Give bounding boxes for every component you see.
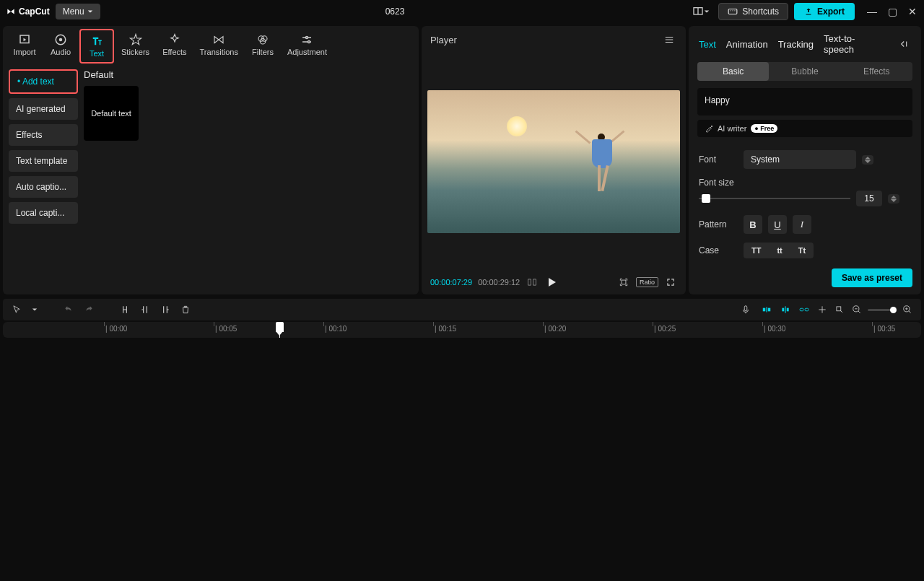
preview-cursor-button[interactable] [833, 303, 846, 316]
media-tabs: Import Audio Text Stickers Effects Trans… [3, 26, 419, 64]
tab-audio[interactable]: Audio [43, 29, 78, 64]
tab-stickers[interactable]: Stickers [116, 29, 155, 64]
tab-filters[interactable]: Filters [245, 29, 280, 64]
stickers-icon [129, 33, 142, 46]
ratio-badge[interactable]: Ratio [636, 277, 658, 287]
topbar-right: Shortcuts Export — ▢ ✕ [689, 3, 918, 20]
selection-tool[interactable] [10, 303, 23, 316]
video-preview[interactable] [427, 90, 680, 233]
save-preset-button[interactable]: Save as preset [832, 268, 912, 287]
text-content-input[interactable]: Happy [697, 88, 912, 115]
tab-import[interactable]: Import [7, 29, 42, 64]
font-size-label: Font size [699, 178, 911, 188]
italic-button[interactable]: I [793, 215, 811, 234]
svg-rect-20 [766, 307, 767, 313]
font-size-value[interactable]: 15 [856, 191, 882, 206]
tab-effects[interactable]: Effects [157, 29, 192, 64]
sidebar-auto-captions[interactable]: Auto captio... [9, 176, 78, 198]
player-title: Player [430, 35, 457, 45]
export-button[interactable]: Export [794, 3, 855, 20]
import-icon [18, 33, 31, 46]
font-label: Font [699, 154, 738, 165]
svg-point-12 [306, 37, 308, 39]
layout-button[interactable] [689, 3, 712, 20]
font-select[interactable]: System [744, 150, 856, 169]
current-time: 00:00:07:29 [430, 278, 472, 287]
tab-animation[interactable]: Animation [726, 39, 768, 50]
shortcuts-button[interactable]: Shortcuts [718, 3, 788, 20]
close-button[interactable]: ✕ [907, 6, 918, 17]
svg-point-13 [308, 41, 310, 43]
delete-button[interactable] [179, 303, 192, 316]
scale-button[interactable] [617, 276, 630, 289]
zoom-in-button[interactable] [901, 303, 914, 316]
playhead[interactable] [279, 322, 280, 338]
play-button[interactable] [549, 278, 556, 287]
player-menu-button[interactable] [661, 32, 677, 48]
split-button[interactable] [118, 303, 131, 316]
underline-button[interactable]: U [768, 215, 787, 234]
case-group: TT tt Tt [744, 243, 814, 258]
text-icon [90, 35, 103, 48]
project-title: 0623 [106, 6, 684, 17]
sidebar-effects[interactable]: Effects [9, 124, 78, 146]
svg-rect-18 [763, 308, 766, 312]
timeline-ruler[interactable]: | 00:00 | 00:05 | 00:10 | 00:15 | 00:20 … [3, 322, 921, 338]
font-stepper[interactable] [862, 155, 873, 165]
tab-text-inspector[interactable]: Text [699, 39, 716, 50]
subtab-effects[interactable]: Effects [841, 62, 912, 81]
topbar: CapCut Menu 0623 Shortcuts Export — ▢ ✕ [0, 0, 924, 23]
collapse-inspector-button[interactable] [895, 36, 911, 52]
svg-point-5 [735, 10, 736, 11]
svg-rect-24 [800, 308, 803, 311]
chevron-down-icon [704, 9, 710, 14]
subtab-basic[interactable]: Basic [697, 62, 769, 81]
default-text-card[interactable]: Default text [84, 86, 139, 141]
sidebar-ai-generated[interactable]: AI generated [9, 98, 78, 120]
case-upper[interactable]: TT [744, 243, 769, 258]
tab-adjustment[interactable]: Adjustment [282, 29, 333, 64]
tab-transitions[interactable]: Transitions [194, 29, 244, 64]
font-size-slider[interactable] [699, 198, 850, 199]
svg-rect-23 [785, 306, 785, 313]
fullscreen-button[interactable] [664, 276, 677, 289]
sidebar-local-captions[interactable]: Local capti... [9, 202, 78, 224]
selection-dropdown[interactable] [30, 305, 39, 314]
magnet-track-button[interactable] [778, 303, 793, 316]
subtab-bubble[interactable]: Bubble [769, 62, 840, 81]
split-left-button[interactable] [139, 303, 152, 316]
zoom-out-button[interactable] [850, 303, 863, 316]
tab-text[interactable]: Text [79, 29, 114, 64]
case-title[interactable]: Tt [790, 243, 814, 258]
link-button[interactable] [797, 303, 811, 316]
menu-button[interactable]: Menu [56, 4, 100, 19]
case-label: Case [699, 245, 738, 255]
minimize-button[interactable]: — [866, 6, 878, 17]
magnet-main-button[interactable] [759, 303, 774, 316]
tab-tts[interactable]: Text-to-speech [824, 33, 885, 55]
tab-tracking[interactable]: Tracking [778, 39, 814, 50]
maximize-button[interactable]: ▢ [886, 6, 898, 17]
zoom-slider[interactable] [868, 309, 897, 311]
preview-axis-button[interactable] [816, 303, 829, 316]
app-name: CapCut [19, 6, 50, 17]
ai-writer-button[interactable]: AI writer ● Free [697, 120, 912, 137]
sidebar-add-text[interactable]: Add text [9, 69, 78, 94]
timeline[interactable]: | 00:00 | 00:05 | 00:10 | 00:15 | 00:20 … [3, 322, 921, 338]
svg-rect-16 [622, 280, 626, 284]
undo-button[interactable] [62, 303, 75, 316]
split-right-button[interactable] [159, 303, 172, 316]
svg-rect-19 [768, 308, 771, 312]
inspector-tabs: Text Animation Tracking Text-to-speech [689, 26, 921, 62]
free-badge: ● Free [751, 124, 777, 133]
svg-rect-17 [744, 306, 747, 311]
bold-button[interactable]: B [744, 215, 762, 234]
sidebar-text-template[interactable]: Text template [9, 150, 78, 172]
inspector-subtabs: Basic Bubble Effects [697, 62, 912, 81]
svg-rect-25 [805, 308, 808, 311]
compare-button[interactable] [526, 276, 539, 289]
case-lower[interactable]: tt [769, 243, 790, 258]
redo-button[interactable] [82, 303, 95, 316]
mic-button[interactable] [739, 303, 752, 316]
font-size-stepper[interactable] [888, 194, 899, 204]
